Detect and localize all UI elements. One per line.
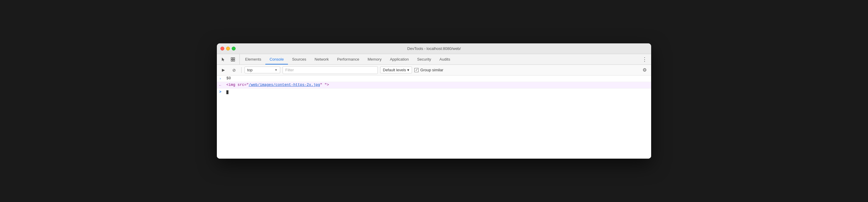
close-button[interactable] bbox=[220, 47, 224, 50]
clear-console-button[interactable]: ⊘ bbox=[230, 66, 238, 74]
group-similar-toggle[interactable]: ✓ Group similar bbox=[414, 68, 443, 72]
svg-rect-1 bbox=[233, 58, 235, 59]
console-prompt-icon: > bbox=[219, 90, 224, 94]
tab-performance[interactable]: Performance bbox=[333, 54, 363, 64]
context-dropdown-arrow: ▼ bbox=[275, 68, 278, 72]
tab-network[interactable]: Network bbox=[311, 54, 333, 64]
block-icon: ⊘ bbox=[232, 68, 236, 72]
devtools-container: Elements Console Sources Network Perform… bbox=[217, 54, 651, 159]
traffic-lights bbox=[220, 47, 236, 50]
more-options-button[interactable]: ⋮ bbox=[641, 56, 649, 63]
group-similar-checkbox[interactable]: ✓ bbox=[414, 68, 418, 72]
tab-application[interactable]: Application bbox=[386, 54, 413, 64]
tab-console[interactable]: Console bbox=[265, 54, 288, 64]
console-left-arrow-2: ← bbox=[219, 83, 224, 87]
window-title: DevTools - localhost:8080/web/ bbox=[407, 46, 461, 51]
gear-icon: ⚙ bbox=[643, 67, 647, 73]
svg-rect-2 bbox=[231, 60, 232, 61]
img-src-link[interactable]: /web/images/content-https-2x.jpg bbox=[249, 83, 320, 87]
group-similar-label: Group similar bbox=[420, 68, 443, 72]
tab-security[interactable]: Security bbox=[413, 54, 435, 64]
maximize-button[interactable] bbox=[232, 47, 236, 50]
svg-rect-3 bbox=[233, 60, 235, 61]
devtools-window: DevTools - localhost:8080/web/ bbox=[217, 43, 651, 159]
tab-bar-right: ⋮ bbox=[641, 56, 649, 63]
tab-list: Elements Console Sources Network Perform… bbox=[241, 54, 641, 64]
tab-sources[interactable]: Sources bbox=[288, 54, 311, 64]
console-right-arrow-1: › bbox=[219, 76, 224, 80]
levels-arrow: ▾ bbox=[407, 68, 409, 72]
inspect-icon[interactable] bbox=[229, 56, 237, 63]
html-tag-close: " "> bbox=[320, 83, 329, 87]
tab-memory[interactable]: Memory bbox=[364, 54, 386, 64]
console-entry-2: ← <img src="/web/images/content-https-2x… bbox=[217, 82, 651, 89]
context-label: top bbox=[247, 68, 252, 72]
svg-rect-0 bbox=[231, 58, 232, 59]
console-output-1: $0 bbox=[226, 76, 649, 80]
toolbar-separator-1 bbox=[241, 67, 242, 73]
settings-button[interactable]: ⚙ bbox=[641, 66, 649, 74]
console-input-row[interactable]: > bbox=[217, 89, 651, 96]
tab-audits[interactable]: Audits bbox=[435, 54, 454, 64]
tab-icons bbox=[219, 54, 240, 64]
minimize-button[interactable] bbox=[226, 47, 230, 50]
levels-label: Default levels bbox=[383, 68, 406, 72]
filter-input[interactable] bbox=[283, 66, 378, 74]
console-cursor bbox=[226, 90, 228, 94]
tab-elements[interactable]: Elements bbox=[241, 54, 265, 64]
console-toolbar: ▶ ⊘ top ▼ Default levels ▾ ✓ Group simil… bbox=[217, 65, 651, 75]
cursor-icon[interactable] bbox=[219, 56, 227, 63]
html-tag-open: <img src=" bbox=[226, 83, 249, 87]
context-selector[interactable]: top ▼ bbox=[245, 67, 280, 73]
tab-bar: Elements Console Sources Network Perform… bbox=[217, 54, 651, 65]
run-script-button[interactable]: ▶ bbox=[219, 66, 227, 74]
console-entry-1: › $0 bbox=[217, 75, 651, 82]
console-output-2: <img src="/web/images/content-https-2x.j… bbox=[226, 83, 649, 87]
run-icon: ▶ bbox=[222, 68, 225, 72]
console-output: › $0 ← <img src="/web/images/content-htt… bbox=[217, 75, 651, 159]
titlebar: DevTools - localhost:8080/web/ bbox=[217, 43, 651, 54]
levels-selector[interactable]: Default levels ▾ bbox=[380, 67, 412, 73]
